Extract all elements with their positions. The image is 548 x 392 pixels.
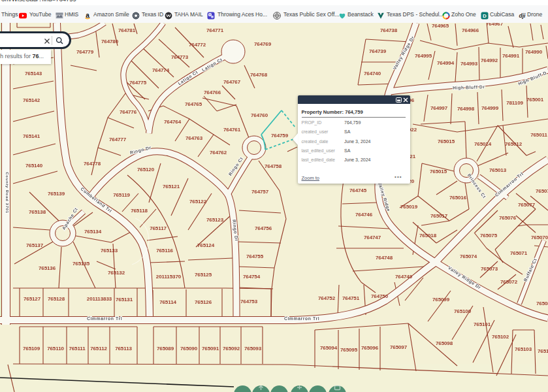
svg-text:765126: 765126 xyxy=(195,299,212,305)
svg-text:764767: 764767 xyxy=(223,79,241,85)
svg-text:765015: 765015 xyxy=(430,169,447,174)
svg-text:764967: 764967 xyxy=(486,23,504,27)
svg-text:764739: 764739 xyxy=(369,48,387,54)
svg-text:764995: 764995 xyxy=(415,53,432,59)
svg-text:765072: 765072 xyxy=(500,279,518,285)
svg-text:765128: 765128 xyxy=(48,296,65,302)
svg-text:764756: 764756 xyxy=(255,225,272,231)
svg-text:764755: 764755 xyxy=(246,253,264,259)
svg-text:764753: 764753 xyxy=(240,299,258,304)
svg-text:765094: 765094 xyxy=(320,345,338,351)
svg-text:764771: 764771 xyxy=(206,27,224,33)
svg-text:765134: 765134 xyxy=(84,229,102,235)
svg-text:764746: 764746 xyxy=(355,212,373,218)
svg-text:764764: 764764 xyxy=(164,119,182,125)
svg-text:764780: 764780 xyxy=(101,39,119,44)
svg-text:765097: 765097 xyxy=(390,344,408,350)
svg-text:765117: 765117 xyxy=(150,225,167,231)
svg-text:764765: 764765 xyxy=(185,101,202,107)
svg-text:765138: 765138 xyxy=(29,209,46,215)
svg-text:765116: 765116 xyxy=(156,248,173,253)
svg-text:765121: 765121 xyxy=(163,184,180,189)
svg-text:765124: 765124 xyxy=(197,242,215,248)
svg-text:765114: 765114 xyxy=(159,299,176,305)
svg-text:765073: 765073 xyxy=(481,266,498,272)
svg-text:764747: 764747 xyxy=(364,235,381,240)
svg-text:764754: 764754 xyxy=(243,274,261,280)
svg-text:764749: 764749 xyxy=(395,274,413,280)
svg-text:764998: 764998 xyxy=(457,106,475,112)
svg-text:764965: 764965 xyxy=(432,23,449,29)
svg-text:764992: 764992 xyxy=(481,57,498,63)
svg-text:765137: 765137 xyxy=(26,242,44,248)
svg-text:765136: 765136 xyxy=(39,265,56,271)
svg-text:764777: 764777 xyxy=(109,137,127,142)
svg-text:765092: 765092 xyxy=(223,346,240,351)
svg-text:765075: 765075 xyxy=(480,233,498,238)
svg-text:764999: 764999 xyxy=(481,105,499,111)
svg-text:764774: 764774 xyxy=(152,67,170,73)
svg-text:765071: 765071 xyxy=(510,250,528,256)
svg-text:764745: 764745 xyxy=(349,188,367,193)
svg-text:764993: 764993 xyxy=(460,61,478,67)
svg-text:a: a xyxy=(86,12,89,19)
svg-text:765076: 765076 xyxy=(499,215,517,221)
svg-text:765132: 765132 xyxy=(108,270,125,276)
svg-text:765113: 765113 xyxy=(115,346,132,351)
svg-text:764761: 764761 xyxy=(223,127,241,133)
svg-text:764762: 764762 xyxy=(210,150,227,155)
svg-text:765110: 765110 xyxy=(47,346,64,351)
svg-text:764766: 764766 xyxy=(204,90,221,95)
svg-text:764776: 764776 xyxy=(120,109,137,115)
svg-text:764772: 764772 xyxy=(189,42,206,48)
svg-text:764991: 764991 xyxy=(502,53,520,59)
svg-text:764990: 764990 xyxy=(525,49,543,55)
svg-text:765098: 765098 xyxy=(436,340,453,346)
svg-text:765019: 765019 xyxy=(400,204,418,210)
svg-text:765090: 765090 xyxy=(180,346,198,351)
svg-text:764757: 764757 xyxy=(251,189,269,195)
svg-text:765077: 765077 xyxy=(518,202,536,208)
svg-text:765096: 765096 xyxy=(361,345,379,351)
svg-text:765101: 765101 xyxy=(474,321,491,327)
svg-text:765013: 765013 xyxy=(489,167,507,173)
svg-text:765018: 765018 xyxy=(419,233,437,238)
svg-text:765111: 765111 xyxy=(69,346,86,351)
svg-text:765100: 765100 xyxy=(454,308,472,314)
svg-text:765015: 765015 xyxy=(438,139,455,144)
svg-text:764740: 764740 xyxy=(364,71,381,76)
svg-text:765118: 765118 xyxy=(131,208,148,214)
svg-text:201115370: 201115370 xyxy=(156,274,182,280)
svg-text:dji: dji xyxy=(519,12,526,19)
svg-text:765127: 765127 xyxy=(24,296,41,302)
svg-text:765091: 765091 xyxy=(202,346,219,351)
svg-text:765104: 765104 xyxy=(538,348,548,354)
svg-text:765133: 765133 xyxy=(101,248,118,253)
svg-text:764750: 764750 xyxy=(371,293,389,299)
svg-text:765122: 765122 xyxy=(189,199,207,204)
svg-text:764763: 764763 xyxy=(185,135,203,141)
svg-text:765070: 765070 xyxy=(531,235,548,240)
svg-text:764781: 764781 xyxy=(118,27,136,33)
svg-text:764768: 764768 xyxy=(250,72,268,78)
svg-text:765089: 765089 xyxy=(157,346,174,351)
svg-text:764994: 764994 xyxy=(437,60,455,66)
svg-text:765123: 765123 xyxy=(206,217,224,223)
svg-text:765016: 765016 xyxy=(449,195,467,201)
svg-text:765103: 765103 xyxy=(515,346,532,352)
svg-text:765093: 765093 xyxy=(244,346,262,351)
svg-text:765131: 765131 xyxy=(116,297,133,302)
svg-text:764966: 764966 xyxy=(462,27,479,33)
svg-text:781109: 781109 xyxy=(506,100,523,106)
svg-text:765099: 765099 xyxy=(432,297,450,302)
svg-text:765139: 765139 xyxy=(48,191,65,197)
svg-text:765140: 765140 xyxy=(25,163,43,169)
svg-text:765085: 765085 xyxy=(536,301,548,306)
svg-text:765011: 765011 xyxy=(530,132,547,138)
svg-text:765143: 765143 xyxy=(25,71,42,76)
svg-text:764760: 764760 xyxy=(251,112,268,118)
svg-text:765102: 765102 xyxy=(492,334,509,340)
svg-text:D: D xyxy=(483,13,487,19)
svg-text:764748: 764748 xyxy=(376,255,393,261)
svg-text:764751: 764751 xyxy=(342,295,360,301)
